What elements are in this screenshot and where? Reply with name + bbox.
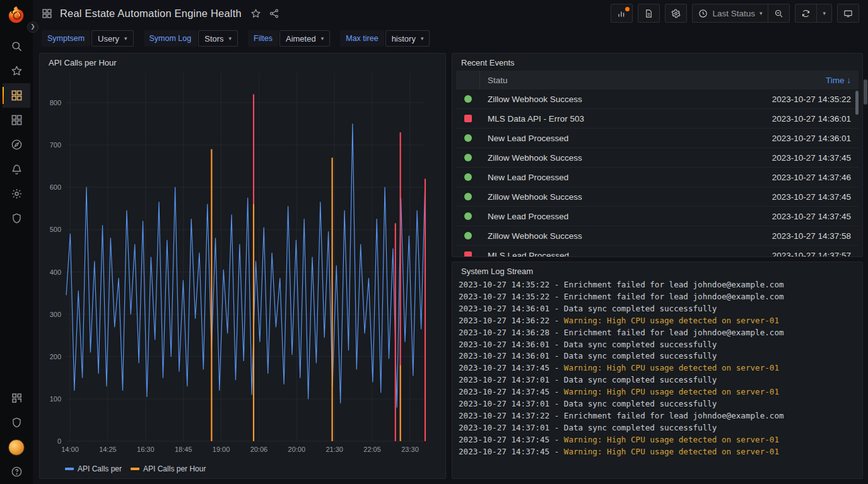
- variable-pair: Symom Log Stors▾: [144, 30, 238, 47]
- main-area: Real Estate Automation Engine Health: [33, 0, 868, 484]
- status-cell: [456, 134, 480, 142]
- variable-dropdown[interactable]: Aimeted▾: [279, 30, 330, 47]
- status-column-header[interactable]: Statu: [480, 76, 826, 85]
- table-row[interactable]: New Lead Processed2023-10-27 14:37:45: [456, 207, 859, 226]
- svg-text:16:30: 16:30: [137, 446, 155, 453]
- favorite-star-icon[interactable]: [249, 7, 262, 20]
- help-icon[interactable]: [3, 459, 30, 484]
- status-cell: [456, 154, 480, 161]
- event-label: MLS Data API - Error 503: [480, 114, 772, 124]
- status-cell: [456, 95, 480, 103]
- legend-swatch: [131, 468, 139, 470]
- svg-text:14:00: 14:00: [61, 446, 79, 453]
- api-calls-chart[interactable]: 010020030040050060070080014:0014:2516:30…: [45, 69, 442, 456]
- scrollbar-thumb[interactable]: [864, 79, 867, 105]
- status-success-icon: [464, 212, 472, 220]
- time-column-header[interactable]: Time ↓: [826, 76, 859, 85]
- user-avatar[interactable]: [3, 435, 30, 459]
- table-row[interactable]: New Lead Processed2023-10-27 14:36:01: [456, 129, 859, 148]
- system-log-panel: System Log Stream 2023-10-27 14:35:22 - …: [452, 262, 863, 479]
- table-row[interactable]: Zillow Webhook Success2023-10-27 14:37:5…: [456, 226, 859, 246]
- chevron-down-icon: ▾: [421, 35, 424, 42]
- starred-icon[interactable]: [3, 59, 30, 83]
- table-row[interactable]: New Lead Processed2023-10-27 14:37:46: [456, 168, 859, 187]
- event-time: 2023-10-27 14:36:01: [772, 134, 859, 143]
- sidebar: ❯: [0, 0, 33, 484]
- time-range-label: Last Status: [712, 9, 755, 18]
- log-line: 2023-10-27 14:36:01 - Data sync complete…: [459, 303, 855, 315]
- status-success-icon: [464, 193, 472, 200]
- grafana-app: ❯: [0, 0, 868, 484]
- status-cell: [456, 232, 480, 239]
- admin-shield-icon[interactable]: [3, 206, 30, 231]
- status-success-icon: [464, 154, 472, 161]
- events-scrollbar-thumb[interactable]: [855, 91, 859, 115]
- svg-text:20:00: 20:00: [288, 446, 306, 453]
- zoom-out-time-button[interactable]: [768, 4, 789, 22]
- chevron-down-icon: ▾: [229, 35, 232, 42]
- status-success-icon: [464, 134, 472, 142]
- variable-label: Max tiree: [340, 30, 384, 47]
- kiosk-mode-button[interactable]: [838, 4, 859, 22]
- log-line: 2023-10-27 14:37:01 - Data sync complete…: [459, 422, 855, 434]
- status-success-icon: [464, 173, 472, 181]
- event-label: New Lead Processed: [480, 134, 772, 143]
- grafana-logo-icon[interactable]: [7, 5, 26, 24]
- legend-item[interactable]: API Calls per Hour: [131, 464, 206, 473]
- apps-grid-icon[interactable]: [3, 108, 30, 132]
- legend-item[interactable]: API Calls per: [65, 464, 122, 473]
- status-cell: [456, 193, 480, 200]
- table-row[interactable]: MLS Lead Processed2023-10-27 14:37:57: [456, 246, 859, 256]
- event-time: 2023-10-27 14:37:45: [772, 192, 859, 202]
- event-label: New Lead Processed: [480, 173, 772, 182]
- log-line: 2023-10-27 14:36:28 - Enrichment failed …: [459, 327, 855, 339]
- panel-stats-button[interactable]: [611, 4, 632, 22]
- svg-text:23:30: 23:30: [401, 446, 419, 453]
- plugins-grid-icon[interactable]: [3, 386, 30, 410]
- event-label: Zillow Webhook Success: [480, 231, 772, 241]
- log-line: 2023-10-27 14:36:01 - Data sync complete…: [459, 339, 855, 351]
- dashboard-settings-button[interactable]: [666, 4, 686, 22]
- time-range-picker[interactable]: Last Status ▾: [693, 4, 768, 22]
- table-row[interactable]: Zillow Webhook Success2023-10-27 14:37:4…: [456, 148, 859, 168]
- panel-title: Recent Events: [452, 54, 862, 69]
- event-time: 2023-10-27 14:37:45: [772, 153, 859, 163]
- log-line: 2023-10-27 14:37:01 - Data sync complete…: [459, 398, 855, 410]
- table-row[interactable]: Zillow Webhook Success2023-10-27 14:35:2…: [456, 89, 859, 109]
- table-row[interactable]: MLS Data API - Error 5032023-10-27 14:36…: [456, 109, 859, 129]
- log-line: 2023-10-27 14:36:01 - Data sync complete…: [459, 350, 855, 362]
- configuration-gear-icon[interactable]: [3, 182, 30, 206]
- report-document-button[interactable]: [638, 4, 659, 22]
- svg-text:14:25: 14:25: [99, 446, 117, 453]
- share-icon[interactable]: [267, 7, 281, 20]
- legend-label: API Calls per: [78, 464, 122, 473]
- event-label: Zillow Webhook Success: [480, 95, 772, 104]
- refresh-button[interactable]: [795, 4, 816, 22]
- svg-text:400: 400: [50, 268, 61, 276]
- dashboards-icon[interactable]: [3, 83, 30, 108]
- event-label: MLS Lead Processed: [480, 251, 772, 257]
- alerting-bell-icon[interactable]: [3, 157, 30, 182]
- chart-area[interactable]: 010020030040050060070080014:0014:2516:30…: [40, 69, 445, 463]
- variable-pair: Max tiree history▾: [340, 30, 430, 47]
- recent-events-panel: Recent Events Statu Time ↓ Zillow Webhoo…: [452, 53, 863, 257]
- chevron-down-icon: ▾: [321, 35, 324, 42]
- variable-dropdown[interactable]: Usery▾: [91, 30, 133, 47]
- legend-label: API Calls per Hour: [143, 464, 206, 473]
- page-title: Real Estate Automation Engine Health: [60, 8, 242, 20]
- chart-legend: API Calls perAPI Calls per Hour: [40, 463, 445, 478]
- variable-dropdown[interactable]: Stors▾: [198, 30, 238, 47]
- svg-text:20:06: 20:06: [250, 446, 268, 453]
- refresh-interval-dropdown[interactable]: ▾: [816, 4, 831, 22]
- sidebar-expand-button[interactable]: ❯: [27, 21, 38, 33]
- svg-text:600: 600: [50, 183, 61, 191]
- svg-text:700: 700: [50, 141, 61, 149]
- variable-dropdown[interactable]: history▾: [385, 30, 430, 47]
- dashboard-grid: API Calls per Hour 010020030040050060070…: [33, 50, 868, 484]
- dashboard-header: Real Estate Automation Engine Health: [33, 0, 868, 26]
- search-icon[interactable]: [3, 34, 30, 59]
- explore-compass-icon[interactable]: [3, 132, 30, 157]
- security-shield-icon[interactable]: [3, 410, 30, 435]
- table-row[interactable]: Zillow Webhook Success2023-10-27 14:37:4…: [456, 187, 859, 207]
- log-line: 2023-10-27 14:37:45 - Warning: High CPU …: [459, 362, 855, 374]
